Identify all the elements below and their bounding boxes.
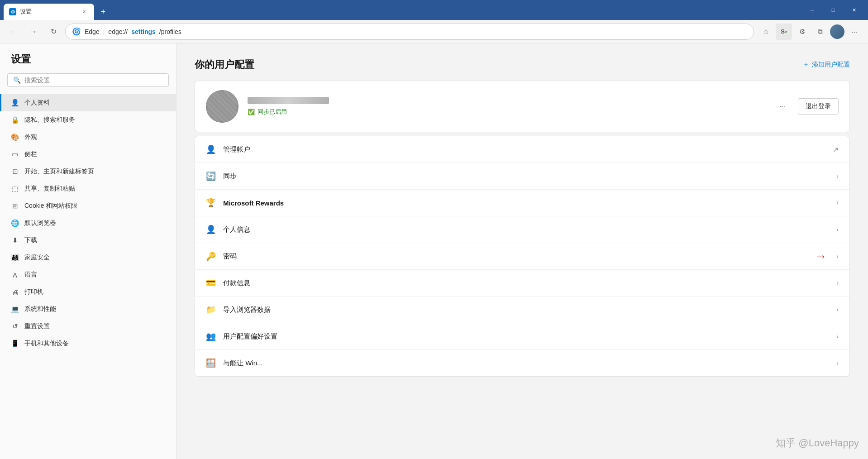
sidebar-item-printer[interactable]: 🖨 打印机: [0, 283, 176, 301]
address-prefix: edge://: [108, 28, 128, 35]
sidebar-item-privacy[interactable]: 🔒 隐私、搜索和服务: [0, 111, 176, 129]
item-icon-payment: 💳: [206, 278, 216, 288]
sidebar-item-appearance[interactable]: 🎨 外观: [0, 129, 176, 146]
restore-button[interactable]: □: [823, 0, 844, 20]
nav-label-reset: 重置设置: [24, 322, 50, 330]
settings-item-manage-account[interactable]: 👤 管理帐户 ↗: [195, 136, 849, 163]
address-bold: settings: [131, 28, 156, 35]
main-content: 设置 🔍 👤 个人资料 ← 🔒 隐私、搜索和服务 🎨 外观 ▭ 侧栏 ⊡ 开始、…: [0, 43, 868, 459]
nav-label-mobile: 手机和其他设备: [24, 339, 69, 348]
split-screen-button[interactable]: ⧉: [812, 24, 828, 40]
item-icon-password: 🔑: [206, 251, 216, 261]
address-bar[interactable]: 🌀 Edge | edge://settings/profiles: [65, 24, 754, 40]
sidebar-item-default[interactable]: 🌐 默认浏览器: [0, 215, 176, 232]
item-label-payment: 付款信息: [223, 279, 829, 287]
sidebar-item-cookies[interactable]: ⊞ Cookie 和网站权限: [0, 197, 176, 215]
edge-logo-icon: 🌀: [72, 27, 81, 36]
item-label-windows-feature: 与能让 Win...: [223, 359, 829, 368]
nav-icon-reset: ↺: [11, 322, 19, 330]
forward-button[interactable]: →: [25, 24, 42, 40]
sidebar-nav: 👤 个人资料 ← 🔒 隐私、搜索和服务 🎨 外观 ▭ 侧栏 ⊡ 开始、主页和新建…: [0, 94, 176, 352]
minimize-button[interactable]: ─: [802, 0, 823, 20]
profile-card: ✅ 同步已启用 ··· 退出登录: [195, 81, 850, 132]
logout-button[interactable]: 退出登录: [798, 98, 839, 115]
sync-check-icon: ✅: [248, 109, 255, 115]
sidebar-item-family[interactable]: 👨‍👩‍👧 家庭安全: [0, 249, 176, 266]
refresh-button[interactable]: ↻: [45, 24, 62, 40]
red-arrow-password: →: [815, 249, 827, 263]
more-menu-button[interactable]: ···: [846, 24, 863, 40]
settings-item-password[interactable]: 🔑 密码 → ›: [195, 243, 849, 270]
settings-item-personal-info[interactable]: 👤 个人信息 ›: [195, 216, 849, 243]
sidebar-item-start[interactable]: ⊡ 开始、主页和新建标签页: [0, 163, 176, 180]
item-icon-windows-feature: 🪟: [206, 358, 216, 368]
sidebar-title: 设置: [0, 53, 176, 73]
profile-name-blurred: [248, 97, 329, 104]
chevron-icon-password: ›: [836, 253, 839, 260]
section-title: 你的用户配置: [195, 58, 254, 72]
nav-label-family: 家庭安全: [24, 253, 50, 262]
plus-icon: ＋: [803, 61, 809, 69]
nav-label-privacy: 隐私、搜索和服务: [24, 116, 75, 124]
sync-text: 同步已启用: [258, 108, 287, 116]
sidebar-item-mobile[interactable]: 📱 手机和其他设备: [0, 335, 176, 352]
settings-item-rewards[interactable]: 🏆 Microsoft Rewards ›: [195, 190, 849, 216]
settings-item-sync[interactable]: 🔄 同步 ›: [195, 163, 849, 190]
profile-more-button[interactable]: ···: [776, 99, 789, 114]
new-tab-button[interactable]: +: [96, 5, 110, 19]
back-button[interactable]: ←: [5, 24, 22, 40]
item-label-import: 导入浏览器数据: [223, 306, 829, 314]
add-profile-label: 添加用户配置: [812, 61, 850, 69]
chevron-icon-rewards: ›: [836, 199, 839, 206]
collections-button[interactable]: Se: [776, 24, 792, 40]
settings-item-payment[interactable]: 💳 付款信息 ›: [195, 270, 849, 296]
sidebar-item-downloads[interactable]: ⬇ 下载: [0, 232, 176, 249]
search-input[interactable]: [24, 76, 163, 84]
sidebar-item-share[interactable]: ⬚ 共享、复制和粘贴: [0, 180, 176, 197]
nav-actions: ☆ Se ⚙ ⧉ ···: [758, 24, 863, 40]
nav-label-cookies: Cookie 和网站权限: [24, 202, 77, 210]
nav-label-start: 开始、主页和新建标签页: [24, 167, 94, 176]
address-brand: Edge: [85, 28, 100, 35]
nav-label-default: 默认浏览器: [24, 219, 56, 227]
nav-icon-share: ⬚: [11, 185, 19, 193]
nav-icon-cookies: ⊞: [11, 202, 19, 210]
settings-list: 👤 管理帐户 ↗ 🔄 同步 › 🏆 Microsoft Rewards › 👤 …: [195, 136, 850, 377]
settings-item-import[interactable]: 📁 导入浏览器数据 ›: [195, 296, 849, 323]
item-icon-personal-info: 👤: [206, 225, 216, 234]
sidebar-item-reset[interactable]: ↺ 重置设置: [0, 318, 176, 335]
sidebar-item-language[interactable]: A 语言: [0, 266, 176, 283]
nav-label-share: 共享、复制和粘贴: [24, 185, 75, 193]
chevron-icon-payment: ›: [836, 279, 839, 287]
settings-item-preferences[interactable]: 👥 用户配置偏好设置 ›: [195, 323, 849, 350]
nav-label-downloads: 下载: [24, 236, 37, 244]
favorites-button[interactable]: ☆: [758, 24, 774, 40]
profile-info: ✅ 同步已启用: [248, 97, 767, 116]
sidebar-item-sidebar[interactable]: ▭ 侧栏: [0, 146, 176, 163]
close-button[interactable]: ✕: [844, 0, 864, 20]
search-box[interactable]: 🔍: [7, 73, 169, 87]
nav-icon-family: 👨‍👩‍👧: [11, 253, 19, 262]
nav-icon-mobile: 📱: [11, 339, 19, 348]
nav-bar: ← → ↻ 🌀 Edge | edge://settings/profiles …: [0, 20, 868, 43]
active-tab[interactable]: ⚙ 设置 ×: [4, 4, 94, 20]
browser-essentials-button[interactable]: ⚙: [794, 24, 810, 40]
tab-close-button[interactable]: ×: [80, 7, 89, 16]
add-profile-button[interactable]: ＋ 添加用户配置: [803, 61, 850, 69]
address-suffix: /profiles: [159, 28, 181, 35]
item-label-manage-account: 管理帐户: [223, 145, 825, 154]
title-bar: ⚙ 设置 × + ─ □ ✕: [0, 0, 868, 20]
profile-avatar-button[interactable]: [830, 24, 844, 39]
sidebar-item-system[interactable]: 💻 系统和性能: [0, 301, 176, 318]
nav-label-language: 语言: [24, 271, 37, 279]
external-icon-manage-account: ↗: [833, 145, 839, 154]
nav-icon-system: 💻: [11, 305, 19, 313]
settings-item-windows-feature[interactable]: 🪟 与能让 Win... ›: [195, 350, 849, 376]
search-icon: 🔍: [13, 76, 21, 84]
nav-icon-downloads: ⬇: [11, 236, 19, 244]
item-label-sync: 同步: [223, 172, 829, 181]
profile-avatar-large: [206, 90, 238, 123]
address-separator: |: [103, 28, 105, 35]
nav-icon-language: A: [11, 271, 19, 279]
sidebar-item-profile[interactable]: 👤 个人资料 ←: [0, 94, 176, 111]
